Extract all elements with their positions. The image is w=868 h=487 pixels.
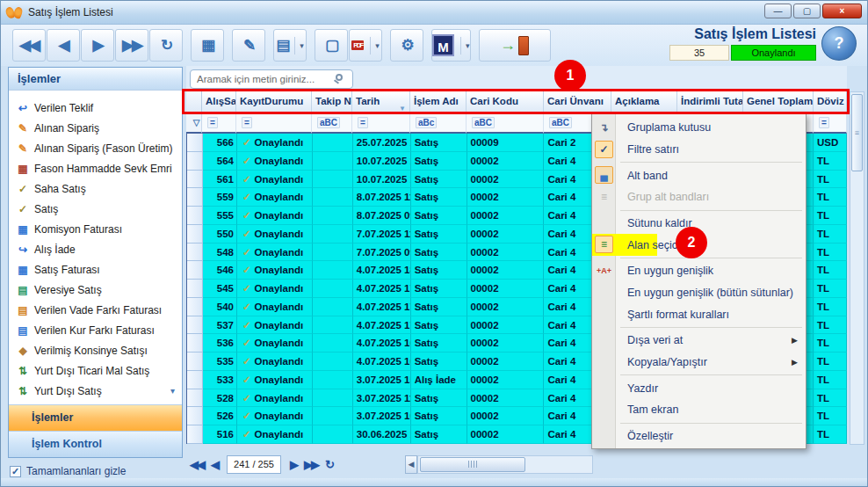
filter-cell[interactable]: = — [814, 113, 847, 134]
toolbar-button[interactable]: ▶ ▾ — [81, 29, 114, 62]
vertical-scrollbar-thumb[interactable]: ≡ — [851, 94, 863, 171]
sidebar-item[interactable]: ▦ Komisyon Faturası — [9, 219, 182, 239]
filter-condition-icon[interactable]: aBC — [472, 117, 495, 128]
filter-condition-icon[interactable]: = — [207, 117, 218, 128]
menu-item[interactable]: ≡ Alan seçici ▶ — [592, 234, 806, 256]
cell-alissatis: 548 — [203, 243, 237, 262]
toolbar-button[interactable]: ▤ ▾ — [273, 29, 307, 62]
dropdown-arrow-icon[interactable]: ▾ — [294, 37, 304, 55]
sidebar-item[interactable]: ⇅ Yurt Dışı Satış ▾ — [9, 381, 182, 401]
filter-cell[interactable]: = — [202, 113, 236, 134]
pager-refresh-button[interactable]: ↻ — [325, 458, 333, 471]
column-header[interactable]: İndirimli Tutar ▼ — [677, 91, 743, 113]
cell-islemadi: Satış — [411, 280, 467, 298]
toolbar-button[interactable]: ▦ ▾ — [191, 29, 224, 62]
toolbar-button[interactable]: ▢ ▾ — [315, 29, 348, 62]
menu-item[interactable]: +A+ En uygun genişlik ▶ — [592, 260, 806, 282]
approved-check-icon: ✓ — [242, 247, 251, 258]
menu-item[interactable]: Şartlı format kuralları ▶ — [592, 303, 806, 325]
sidebar-item[interactable]: ↩ Verilen Teklif — [9, 98, 182, 118]
toolbar-button[interactable]: ✎ ▾ — [232, 29, 265, 62]
menu-item[interactable]: ≡ Grup alt bandları ▶ — [592, 186, 806, 208]
dropdown-arrow-icon[interactable]: ▾ — [460, 37, 470, 55]
filter-cell[interactable]: = — [236, 113, 312, 134]
menu-item[interactable]: Yazdır ▶ — [592, 377, 806, 399]
panel-button-islemler[interactable]: İşlemler — [9, 404, 182, 431]
toolbar-button[interactable]: ◀ ▾ — [47, 29, 80, 62]
cell-doviz: TL — [814, 225, 847, 243]
toolbar-button[interactable]: ▶▶ ▾ — [115, 29, 148, 62]
column-header[interactable]: İşlem Adı ▼ — [410, 91, 467, 113]
horizontal-scrollbar-thumb[interactable] — [420, 457, 525, 472]
filter-condition-icon[interactable]: aBC — [549, 117, 572, 128]
cell-islemadi: Satış — [411, 243, 467, 262]
hide-completed-checkbox[interactable]: ✓ Tamamlananları gizle — [10, 465, 126, 477]
column-header[interactable]: Döviz ▼ — [814, 91, 847, 113]
menu-item[interactable]: Kopyala/Yapıştır ▶ — [592, 352, 806, 374]
pager-next-button[interactable]: ▶ — [290, 458, 297, 471]
toolbar-button[interactable]: ↻ ▾ — [149, 29, 183, 62]
filter-condition-icon[interactable]: = — [242, 117, 252, 128]
sidebar-item[interactable]: ✎ Alınan Sipariş — [9, 118, 182, 138]
horizontal-scrollbar[interactable] — [417, 455, 593, 474]
toolbar-button[interactable]: M ▾ — [431, 29, 471, 62]
filter-condition-icon[interactable]: aBC — [317, 117, 340, 128]
sidebar-item[interactable]: ▦ Fason Hammadde Sevk Emri — [9, 158, 182, 178]
sidebar-item[interactable]: ⇅ Yurt Dışı Ticari Mal Satış — [9, 360, 182, 381]
dropdown-arrow-icon[interactable]: ▾ — [370, 37, 380, 55]
column-header[interactable]: Takip No ▼ — [312, 91, 352, 113]
menu-item[interactable]: Tam ekran ▶ — [592, 399, 806, 421]
sidebar-item[interactable]: ◆ Verilmiş Konsinye Satışı — [9, 340, 182, 360]
panel-button-islem-kontrol[interactable]: İşlem Kontrol — [9, 431, 182, 457]
menu-item[interactable]: ✓ Filtre satırı ▶ — [592, 139, 806, 161]
search-input[interactable] — [190, 69, 353, 89]
filter-cell[interactable]: aBc — [410, 113, 467, 134]
sidebar-item-label: Alınan Sipariş (Fason Üretim) — [34, 142, 172, 155]
close-button[interactable]: × — [822, 4, 862, 18]
sidebar-item[interactable]: ▤ Veresiye Satış — [9, 280, 182, 300]
pager-last-button[interactable]: ▶▶ — [304, 458, 318, 471]
hscroll-left-arrow[interactable]: ◀ — [405, 455, 417, 474]
cell-doviz: TL — [814, 298, 847, 316]
menu-item[interactable]: Sütunu kaldır ▶ — [592, 213, 806, 235]
sidebar-item[interactable]: ▤ Verilen Kur Farkı Faturası — [9, 320, 182, 340]
sidebar-item[interactable]: ↪ Alış İade — [9, 239, 182, 259]
column-header[interactable]: Tarih ▼ — [352, 91, 410, 113]
menu-item[interactable]: ↴ Gruplama kutusu ▶ — [592, 117, 806, 139]
column-header[interactable]: Genel Toplam ▼ — [743, 91, 814, 113]
sidebar-item[interactable]: ✎ Alınan Sipariş (Fason Üretim) — [9, 138, 182, 158]
filter-cell[interactable]: aBC — [467, 113, 544, 134]
filter-condition-icon[interactable]: aBc — [416, 117, 437, 128]
checkbox-check-icon[interactable]: ✓ — [10, 466, 21, 477]
filter-cell[interactable]: = — [352, 113, 410, 134]
filter-condition-icon[interactable]: = — [819, 117, 829, 128]
help-button[interactable]: ? — [821, 26, 857, 61]
vertical-scrollbar[interactable]: ≡ — [850, 91, 864, 445]
minimize-button[interactable]: — — [764, 4, 792, 18]
toolbar-button[interactable]: PDF ▾ — [349, 29, 382, 62]
column-header[interactable]: Açıklama ▼ — [611, 91, 677, 113]
column-header[interactable]: KayıtDurumu ▼ — [236, 91, 312, 113]
filter-condition-icon[interactable]: = — [358, 117, 368, 128]
menu-item[interactable]: ▄ Alt band ▶ — [592, 164, 806, 186]
maximize-button[interactable]: ▢ — [793, 4, 821, 18]
pager-previous-button[interactable]: ◀ — [211, 458, 218, 471]
column-header[interactable]: Cari Kodu ▼ — [467, 91, 544, 113]
toolbar-button[interactable]: ◀◀ ▾ — [12, 29, 46, 62]
sidebar-item-icon: ▤ — [16, 324, 30, 337]
pager-first-button[interactable]: ◀◀ — [190, 458, 204, 471]
cell-tarih: 3.07.2025 11 — [353, 389, 411, 408]
toolbar-button[interactable]: ⚙ ▾ — [390, 29, 423, 62]
menu-item[interactable]: Özelleştir ▶ — [592, 425, 806, 447]
sidebar-item[interactable]: ▦ Satış Faturası — [9, 259, 182, 280]
sidebar-item[interactable]: ▤ Verilen Vade Farkı Faturası — [9, 300, 182, 320]
chevron-down-icon[interactable]: ▾ — [170, 386, 175, 396]
column-header[interactable]: Cari Ünvanı ▼ — [544, 91, 611, 113]
sidebar-item[interactable]: ✓ Satış — [9, 199, 182, 219]
sidebar-item[interactable]: ✓ Saha Satış — [9, 178, 182, 199]
menu-item[interactable]: En uygun genişlik (bütün sütunlar) ▶ — [592, 282, 806, 304]
toolbar-button[interactable]: → ▾ — [479, 29, 551, 62]
column-header[interactable]: AlışSatış ▼ — [202, 91, 236, 113]
filter-cell[interactable]: aBC — [312, 113, 352, 134]
menu-item[interactable]: Dışa veri at ▶ — [592, 330, 806, 352]
